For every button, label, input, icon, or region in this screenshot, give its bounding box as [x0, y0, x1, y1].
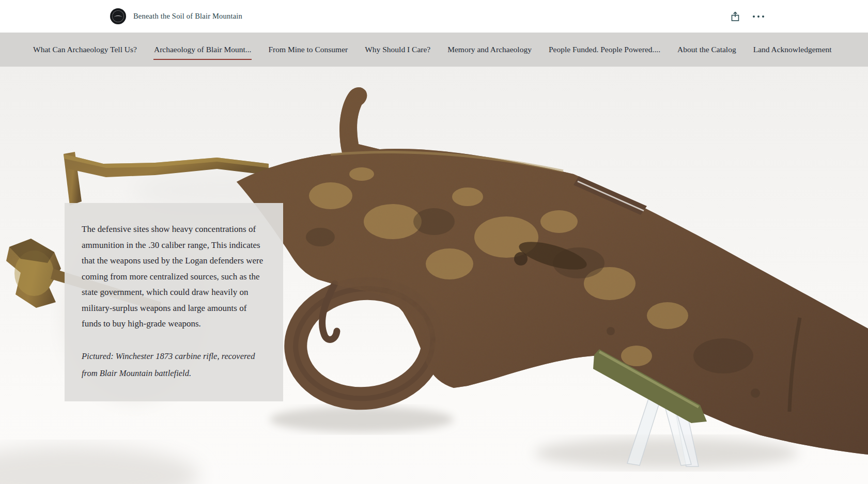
share-icon	[731, 11, 740, 22]
nav-tab-people-funded-people-powered[interactable]: People Funded. People Powered....	[548, 39, 661, 60]
header-actions	[730, 0, 766, 33]
site-title: Beneath the Soil of Blair Mountain	[133, 12, 242, 21]
nav-tab-what-can-archaeology-tell-us[interactable]: What Can Archaeology Tell Us?	[33, 39, 137, 60]
nav-tab-why-should-i-care[interactable]: Why Should I Care?	[364, 39, 431, 60]
nav-tab-land-acknowledgement[interactable]: Land Acknowledgement	[753, 39, 832, 60]
rifle-body	[237, 87, 868, 455]
photo-caption: Pictured: Winchester 1873 carbine rifle,…	[82, 348, 266, 382]
ellipsis-more-icon	[752, 14, 765, 19]
nav-tab-archaeology-of-blair-mountain[interactable]: Archaeology of Blair Mount...	[153, 39, 252, 60]
site-home-button[interactable]: Beneath the Soil of Blair Mountain	[110, 0, 242, 33]
site-seal-logo-icon	[110, 8, 126, 24]
nav-tab-from-mine-to-consumer[interactable]: From Mine to Consumer	[268, 39, 348, 60]
app-header: Beneath the Soil of Blair Mountain	[0, 0, 868, 33]
share-button[interactable]	[730, 10, 741, 23]
nav-tab-memory-and-archaeology[interactable]: Memory and Archaeology	[447, 39, 532, 60]
more-options-button[interactable]	[751, 13, 766, 20]
narrative-overlay-card: The defensive sites show heavy concentra…	[65, 203, 283, 401]
section-nav: What Can Archaeology Tell Us? Archaeolog…	[0, 33, 868, 67]
narrative-paragraph: The defensive sites show heavy concentra…	[82, 222, 266, 332]
logo-mark	[114, 15, 122, 19]
hero-photo-rusted-rifle: The defensive sites show heavy concentra…	[0, 67, 868, 484]
nav-tab-about-the-catalog[interactable]: About the Catalog	[677, 39, 737, 60]
